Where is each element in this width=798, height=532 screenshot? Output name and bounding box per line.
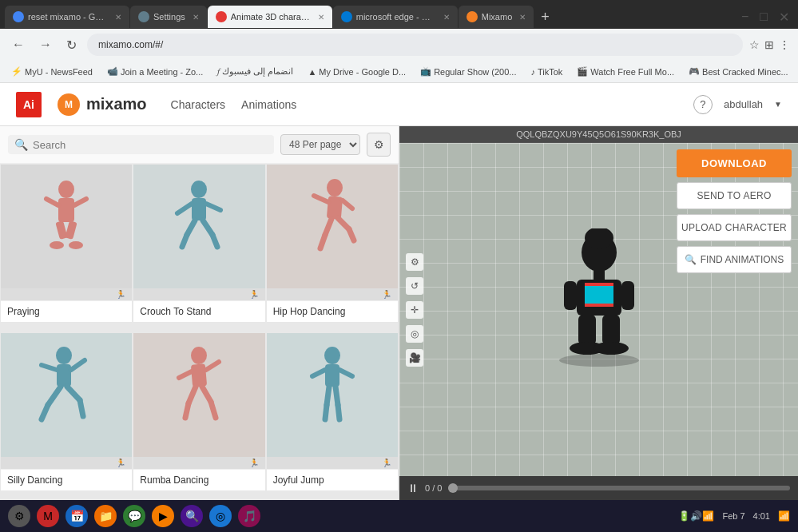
taskbar-system-icon[interactable]: ⚙ bbox=[8, 505, 30, 527]
svg-line-29 bbox=[67, 387, 80, 400]
character-svg bbox=[535, 228, 663, 388]
anim-preview-crouch bbox=[133, 165, 264, 288]
anim-card-crouch[interactable]: 🏃 Crouch To Stand bbox=[133, 164, 265, 332]
svg-line-46 bbox=[325, 405, 327, 419]
main-layout: 🔍 48 Per page 12 Per page 24 Per page 96… bbox=[0, 126, 798, 500]
bookmark-icon: ⚡ bbox=[11, 66, 22, 77]
find-animations-button[interactable]: 🔍 FIND ANIMATIONS bbox=[677, 246, 792, 273]
bookmark-movies[interactable]: 🎬 Watch Free Full Mo... bbox=[572, 65, 679, 78]
anim-card-rumba[interactable]: 🏃 Rumba Dancing bbox=[133, 332, 265, 501]
per-page-select[interactable]: 48 Per page 12 Per page 24 Per page 96 P… bbox=[280, 134, 360, 155]
svg-point-7 bbox=[69, 241, 83, 249]
close-window-button[interactable]: ✕ bbox=[775, 8, 793, 26]
tab-close[interactable]: ✕ bbox=[318, 13, 324, 22]
bookmark-myu[interactable]: ⚡ MyU - NewsFeed bbox=[6, 65, 97, 78]
address-input[interactable] bbox=[87, 34, 743, 56]
taskbar-calendar[interactable]: 📅 bbox=[66, 505, 88, 527]
nav-characters[interactable]: Characters bbox=[171, 98, 225, 111]
help-button[interactable]: ? bbox=[693, 95, 713, 114]
bookmark-icon: 𝑓 bbox=[217, 66, 220, 77]
user-dropdown-icon[interactable]: ▼ bbox=[774, 100, 782, 109]
taskbar-music[interactable]: 🎵 bbox=[238, 505, 260, 527]
taskbar-files[interactable]: 📁 bbox=[94, 505, 117, 527]
menu-icon[interactable]: ⋮ bbox=[779, 38, 790, 51]
svg-line-14 bbox=[182, 235, 187, 247]
forward-button[interactable]: → bbox=[35, 36, 56, 54]
back-button[interactable]: ← bbox=[8, 36, 29, 54]
figure-praying bbox=[30, 175, 102, 279]
anim-card-silly[interactable]: 🏃 Silly Dancing bbox=[0, 332, 133, 501]
viewport-camera-btn[interactable]: 🎥 bbox=[406, 349, 423, 367]
bookmark-drive[interactable]: ▲ My Drive - Google D... bbox=[303, 66, 411, 78]
svg-line-26 bbox=[42, 365, 57, 370]
search-icon: 🔍 bbox=[14, 138, 28, 151]
tab-icon-mixamo bbox=[216, 11, 227, 22]
bookmark-icon: 📹 bbox=[107, 66, 118, 77]
maximize-button[interactable]: □ bbox=[756, 8, 772, 26]
viewport-settings-btn[interactable]: ⚙ bbox=[406, 253, 423, 271]
bookmark-minecraft[interactable]: 🎮 Best Cracked Minec... bbox=[684, 65, 793, 78]
tab-close[interactable]: ✕ bbox=[115, 13, 121, 22]
svg-rect-1 bbox=[58, 198, 74, 222]
bookmark-facebook[interactable]: 𝑓 انضمام إلى فيسبوك bbox=[212, 65, 298, 78]
play-button[interactable]: ⏸ bbox=[407, 482, 419, 494]
run-icon: 🏃 bbox=[116, 459, 125, 467]
taskbar-gmail[interactable]: M bbox=[37, 505, 59, 527]
tab-msedge[interactable]: microsoft edge - Google... ✕ bbox=[333, 6, 458, 28]
header-right: ? abdullah ▼ bbox=[693, 95, 782, 114]
taskbar-chrome[interactable]: ◎ bbox=[209, 505, 232, 527]
svg-line-3 bbox=[74, 199, 86, 205]
tab-close[interactable]: ✕ bbox=[519, 13, 526, 22]
upload-character-button[interactable]: UPLOAD CHARACTER bbox=[677, 214, 792, 241]
mixamo-name: mixamo bbox=[86, 95, 147, 113]
mixamo-icon: M bbox=[58, 93, 80, 116]
address-bar: ← → ↻ ☆ ⊞ ⋮ bbox=[0, 29, 798, 61]
anim-card-praying[interactable]: 🏃 Praying bbox=[0, 164, 133, 332]
bookmark-label: Regular Show (200... bbox=[434, 67, 516, 77]
tab-close[interactable]: ✕ bbox=[193, 13, 199, 22]
tab-mixamo-animate[interactable]: Animate 3D characters... ✕ bbox=[208, 6, 332, 28]
tab-close[interactable]: ✕ bbox=[443, 13, 450, 22]
anim-card-hiphop[interactable]: 🏃 Hip Hop Dancing bbox=[266, 164, 399, 332]
viewport-toggle-btn[interactable]: ◎ bbox=[406, 325, 423, 343]
taskbar-date: Feb 7 bbox=[722, 511, 744, 521]
send-to-aero-button[interactable]: SEND TO AERO bbox=[677, 182, 792, 209]
tab-icon-mixamo2 bbox=[466, 11, 478, 22]
svg-line-19 bbox=[343, 200, 352, 208]
svg-line-27 bbox=[71, 360, 85, 370]
anim-preview-praying bbox=[1, 165, 132, 288]
taskbar-chat[interactable]: 💬 bbox=[123, 505, 145, 527]
anim-card-joyful[interactable]: 🏃 Joyful Jump bbox=[266, 332, 399, 501]
viewport-move-btn[interactable]: ✛ bbox=[406, 301, 423, 319]
nav-animations[interactable]: Animations bbox=[241, 98, 296, 111]
refresh-button[interactable]: ↻ bbox=[62, 36, 81, 54]
download-button[interactable]: DOWNLOAD bbox=[677, 149, 792, 177]
svg-point-60 bbox=[594, 342, 629, 355]
svg-point-32 bbox=[191, 347, 207, 364]
bookmark-star-icon[interactable]: ☆ bbox=[749, 38, 760, 51]
search-input[interactable] bbox=[33, 139, 268, 151]
minimize-button[interactable]: − bbox=[737, 8, 752, 26]
grid-settings-button[interactable]: ⚙ bbox=[367, 133, 391, 157]
new-tab-button[interactable]: + bbox=[534, 7, 556, 27]
timeline-thumb[interactable] bbox=[448, 483, 458, 493]
svg-point-40 bbox=[324, 347, 340, 364]
tab-mixamo2[interactable]: Mixamo ✕ bbox=[459, 6, 534, 28]
taskbar-time: 4:01 bbox=[753, 511, 770, 521]
figure-joyful bbox=[296, 343, 368, 447]
taskbar-play[interactable]: ▶ bbox=[152, 505, 174, 527]
bookmark-zoom[interactable]: 📹 Join a Meeting - Zo... bbox=[102, 65, 208, 78]
anim-footer: 🏃 bbox=[267, 288, 398, 300]
tab-reset-mixamo[interactable]: reset mixamo - Google S... ✕ bbox=[5, 6, 129, 28]
user-menu[interactable]: abdullah bbox=[724, 98, 763, 110]
bookmark-tiktok[interactable]: ♪ TikTok bbox=[526, 66, 567, 78]
viewport-reset-btn[interactable]: ↺ bbox=[406, 277, 423, 295]
svg-line-11 bbox=[206, 204, 220, 210]
taskbar-search[interactable]: 🔍 bbox=[181, 505, 203, 527]
timeline[interactable] bbox=[448, 486, 790, 490]
tab-settings[interactable]: Settings ✕ bbox=[130, 6, 207, 28]
extension-icon[interactable]: ⊞ bbox=[764, 38, 774, 51]
bookmark-regularshow[interactable]: 📺 Regular Show (200... bbox=[415, 65, 521, 78]
anim-footer: 🏃 bbox=[267, 457, 398, 469]
bookmark-label: Best Cracked Minec... bbox=[702, 67, 788, 77]
